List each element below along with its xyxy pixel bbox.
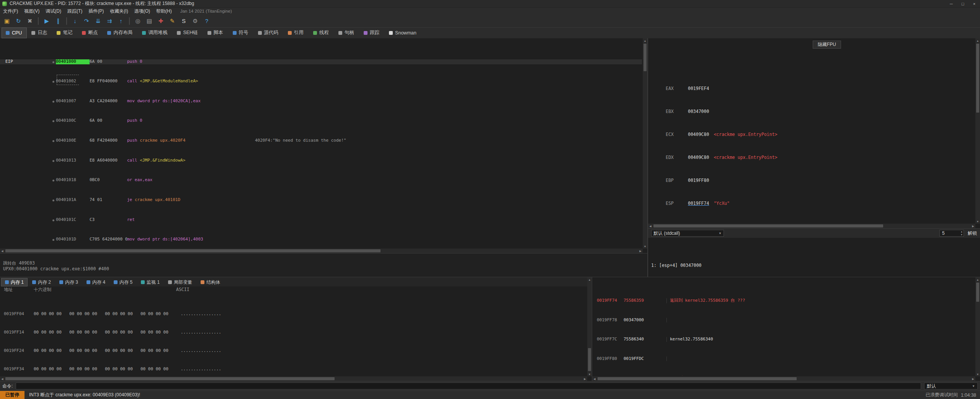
goto-button[interactable]: ◎ (132, 16, 143, 26)
trace-over-button[interactable]: ⇉ (104, 16, 115, 26)
argument-count-spinner[interactable]: 5▲▼ (939, 230, 964, 237)
disasm-row[interactable]: 0040101A 74 01 je crackme upx.40101D (0, 198, 642, 203)
disasm-address[interactable]: 0040101A (56, 198, 90, 203)
tab-script[interactable]: 脚本 (203, 28, 228, 38)
breakpoint-gutter[interactable] (51, 79, 56, 84)
registers-vertical-scrollbar[interactable]: ▲▼ (975, 38, 980, 224)
disasm-address[interactable]: 00401018 (56, 178, 90, 183)
toolbar-button[interactable] (66, 17, 67, 25)
dump-bytes[interactable]: 00 00 00 00 (105, 330, 140, 335)
breakpoint-gutter[interactable] (51, 198, 56, 203)
hide-fpu-button[interactable]: 隐藏FPU (813, 41, 841, 49)
argument-row[interactable]: 1: [esp+4] 00347000 (651, 263, 980, 268)
tab-struct[interactable]: 结构体 (197, 278, 224, 286)
dump-address[interactable]: 0019FF04 (0, 312, 34, 316)
menu-item[interactable]: 跟踪(T) (64, 8, 85, 15)
menu-item[interactable]: 调试(D) (42, 8, 64, 15)
dump-bytes[interactable]: 00 00 00 00 (34, 330, 69, 335)
dump-row[interactable]: 0019FF34 00 00 00 00 00 00 00 00 00 00 0… (0, 367, 586, 371)
stack-value[interactable]: 0019FFDC (624, 356, 666, 361)
tab-memory-map[interactable]: 内存布局 (103, 28, 137, 38)
tab-dump-5[interactable]: 内存 5 (110, 278, 136, 286)
disasm-instruction[interactable]: call <JMP.&FindWindowA> (127, 158, 255, 163)
breakpoint-gutter[interactable] (51, 237, 56, 242)
disasm-address[interactable]: 0040100E (56, 138, 90, 143)
dump-bytes[interactable]: 00 00 00 00 (140, 348, 176, 353)
disasm-address[interactable]: 0040101D (56, 237, 90, 242)
close-button[interactable]: × (969, 0, 980, 8)
dump-address[interactable]: 0019FF34 (0, 367, 34, 371)
disasm-instruction[interactable]: push 0 (127, 118, 255, 123)
disasm-instruction[interactable]: or eax,eax (127, 178, 255, 183)
disasm-address[interactable]: 00401000 (56, 59, 90, 64)
comment-button[interactable]: ✎ (167, 16, 178, 26)
dump-vertical-scrollbar[interactable]: ▲▼ (587, 277, 592, 376)
open-file-button[interactable]: ▣ (2, 16, 12, 26)
stack-address[interactable]: 0019FF80 (592, 356, 624, 361)
tab-snowman[interactable]: Snowman (385, 28, 421, 38)
menu-item[interactable]: 插件(P) (85, 8, 107, 15)
tab-threads[interactable]: 线程 (309, 28, 334, 38)
register-row[interactable]: EAX 0019FEF4 (648, 86, 975, 92)
register-value[interactable]: 00409C80 (688, 132, 709, 137)
disasm-address[interactable]: 00401013 (56, 158, 90, 163)
disasm-row[interactable]: 00401002 E8 FF040000 call <JMP.&GetModul… (0, 79, 642, 84)
profile-select[interactable]: 默认▼ (924, 383, 978, 389)
command-input[interactable] (16, 383, 921, 389)
breakpoint-gutter[interactable] (51, 138, 56, 143)
help-button[interactable]: ? (201, 16, 212, 26)
dump-row[interactable]: 0019FF24 00 00 00 00 00 00 00 00 00 00 0… (0, 348, 586, 353)
register-row[interactable]: EBX 00347000 (648, 109, 975, 114)
disasm-horizontal-scrollbar[interactable]: ◀▶ (0, 249, 643, 253)
settings-button[interactable]: ⚙ (190, 16, 201, 26)
disasm-instruction[interactable]: call <JMP.&GetModuleHandleA> (127, 79, 255, 84)
disasm-row[interactable]: EIP 00401000 6A 00 push 0 (0, 59, 642, 64)
tab-dump-4[interactable]: 内存 4 (83, 278, 109, 286)
register-value[interactable]: 00347000 (688, 109, 709, 114)
calling-convention-select[interactable]: 默认 (stdcall)▼ (651, 230, 724, 237)
disasm-row[interactable]: 0040101D C705 64204000 0340 mov dword pt… (0, 237, 642, 242)
stack-address[interactable]: 0019FF78 (592, 318, 624, 323)
disasm-address[interactable]: 0040100C (56, 118, 90, 123)
stack-value[interactable]: 75586359 (624, 298, 666, 303)
disasm-instruction[interactable]: je crackme upx.40101D (127, 198, 255, 203)
tab-log[interactable]: 日志 (27, 28, 52, 38)
patch-button[interactable]: ✚ (155, 16, 166, 26)
dump-bytes[interactable]: 00 00 00 00 (69, 312, 105, 316)
disasm-address[interactable]: 00401007 (56, 99, 90, 104)
tab-cpu[interactable]: CPU (2, 28, 27, 38)
scylla-button[interactable]: S (178, 16, 189, 26)
dump-bytes[interactable]: 00 00 00 00 (105, 312, 140, 316)
stack-vertical-scrollbar[interactable]: ▲▼ (975, 277, 980, 376)
registers-horizontal-scrollbar[interactable]: ◀▶ (648, 224, 975, 228)
step-into-button[interactable]: ↓ (70, 16, 80, 26)
tab-locals[interactable]: 局部变量 (164, 278, 196, 286)
breakpoint-gutter[interactable] (51, 178, 56, 183)
unlock-button[interactable]: 解锁 (968, 230, 977, 237)
dump-bytes[interactable]: 00 00 00 00 (34, 312, 69, 316)
dump-bytes[interactable]: 00 00 00 00 (69, 367, 105, 371)
dump-bytes[interactable]: 00 00 00 00 (105, 348, 140, 353)
tab-dump-3[interactable]: 内存 3 (56, 278, 82, 286)
register-row[interactable]: EDX 00409C80 <crackme upx.EntryPoint> (648, 155, 975, 160)
trace-into-button[interactable]: ⇊ (93, 16, 103, 26)
dump-bytes[interactable]: 00 00 00 00 (140, 367, 176, 371)
disasm-instruction[interactable]: push 0 (127, 59, 255, 64)
tab-handles[interactable]: 句柄 (334, 28, 359, 38)
breakpoint-gutter[interactable] (51, 118, 56, 123)
tab-references[interactable]: 引用 (284, 28, 309, 38)
stack-row[interactable]: 0019FF80 0019FFDC (592, 356, 975, 361)
tab-watch-1[interactable]: 监视 1 (137, 278, 163, 286)
register-row[interactable]: ESP 0019FF74 "YcXu" (648, 201, 975, 206)
tab-breakpoints[interactable]: 断点 (78, 28, 103, 38)
breakpoint-gutter[interactable] (51, 158, 56, 163)
minimize-button[interactable]: ─ (946, 0, 957, 8)
stack-row[interactable]: 0019FF78 00347000 (592, 318, 975, 323)
disasm-instruction[interactable]: push crackme upx.4020F4 (127, 138, 255, 143)
dump-address[interactable]: 0019FF24 (0, 348, 34, 353)
disasm-row[interactable]: 00401007 A3 CA204000 mov dword ptr ds:[4… (0, 99, 642, 104)
breakpoint-gutter[interactable] (51, 99, 56, 104)
dump-bytes[interactable]: 00 00 00 00 (140, 312, 176, 316)
tab-symbols[interactable]: 符号 (229, 28, 253, 38)
menu-item[interactable]: 文件(F) (0, 8, 21, 15)
